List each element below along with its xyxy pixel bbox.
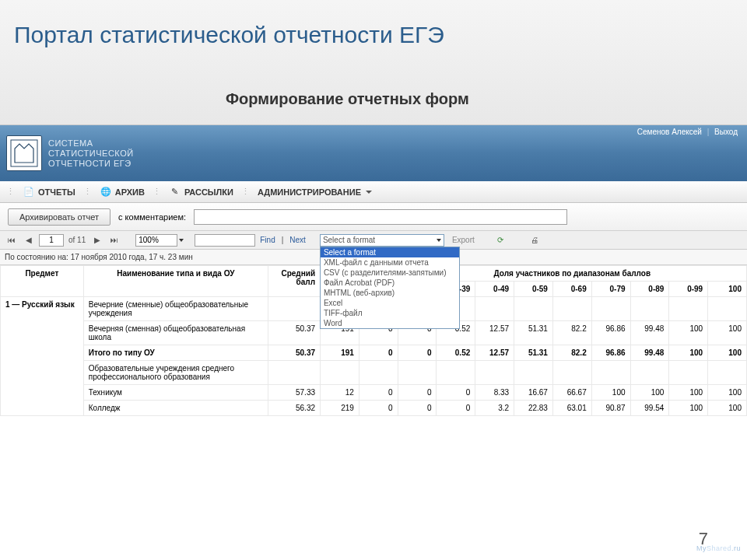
format-option[interactable]: Файл Acrobat (PDF): [321, 278, 459, 288]
cell-value: 57.33: [268, 385, 320, 401]
th-range: 100: [708, 282, 747, 297]
prev-page-button[interactable]: ◀: [22, 233, 36, 247]
cell-value: 16.67: [514, 385, 553, 401]
format-select[interactable]: Select a format: [320, 234, 444, 247]
cell-value: 22.83: [514, 401, 553, 416]
cell-value: [268, 297, 320, 321]
menu-reports[interactable]: 📄 ОТЧЕТЫ: [18, 184, 80, 200]
cell-value: 96.86: [591, 321, 630, 345]
cell-value: 63.01: [552, 401, 591, 416]
first-page-button[interactable]: ⏮: [5, 233, 19, 247]
cell-value: 82.2: [552, 345, 591, 361]
document-icon: 📄: [23, 186, 35, 198]
cell-value: 90.87: [591, 401, 630, 416]
find-input[interactable]: [195, 234, 255, 247]
cell-value: 99.48: [630, 345, 669, 361]
cell-name: Вечерние (сменные) общеобразовательные у…: [83, 297, 268, 321]
cell-value: [268, 361, 320, 385]
format-option[interactable]: Select a format: [321, 247, 459, 257]
cell-value: 66.67: [552, 385, 591, 401]
cell-value: 0: [437, 401, 475, 416]
cell-value: [630, 297, 669, 321]
slide-title: Портал статистической отчетности ЕГЭ: [14, 22, 444, 48]
cell-value: 100: [708, 345, 747, 361]
menu-admin[interactable]: АДМИНИСТРИРОВАНИЕ: [253, 186, 377, 198]
comment-input[interactable]: [194, 209, 567, 225]
menu-archive[interactable]: 🌐 АРХИВ: [95, 184, 149, 200]
logout-link[interactable]: Выход: [714, 128, 738, 136]
cell-value: 0: [398, 401, 437, 416]
cell-value: 100: [708, 385, 747, 401]
cell-value: 100: [669, 321, 708, 345]
cell-value: [398, 361, 437, 385]
next-link[interactable]: Next: [289, 236, 306, 244]
cell-value: [669, 361, 708, 385]
cell-value: [552, 361, 591, 385]
cell-value: [514, 297, 553, 321]
action-bar: Архивировать отчет с комментарием:: [0, 203, 747, 231]
cell-value: 219: [321, 401, 359, 416]
cell-value: 0.52: [437, 345, 475, 361]
cell-value: 100: [669, 345, 708, 361]
cell-value: 99.48: [630, 321, 669, 345]
page-input[interactable]: [39, 234, 64, 247]
cell-value: [552, 297, 591, 321]
th-name: Наименование типа и вида ОУ: [83, 266, 268, 297]
cell-value: 51.31: [514, 345, 553, 361]
cell-value: [359, 361, 398, 385]
format-option[interactable]: MHTML (веб-архив): [321, 288, 459, 298]
table-row: Образовательные учреждения среднего проф…: [1, 361, 747, 385]
cell-value: 0: [398, 345, 437, 361]
page-of-label: of 11: [68, 236, 86, 244]
archive-report-button[interactable]: Архивировать отчет: [8, 208, 110, 226]
cell-value: [475, 297, 514, 321]
report-toolbar: ⏮ ◀ of 11 ▶ ⏭ Find | Next Select a forma…: [0, 231, 747, 250]
cell-value: [708, 297, 747, 321]
format-option[interactable]: CSV (с разделителями-запятыми): [321, 268, 459, 278]
format-option[interactable]: Excel: [321, 298, 459, 308]
th-range: 0-49: [475, 282, 514, 297]
cell-value: 100: [591, 385, 630, 401]
zoom-input[interactable]: [135, 234, 177, 247]
format-option[interactable]: Word: [321, 318, 459, 328]
app-title: СИСТЕМА СТАТИСТИЧЕСКОЙ ОТЧЕТНОСТИ ЕГЭ: [48, 138, 134, 169]
menubar: ⋮ 📄 ОТЧЕТЫ ⋮ 🌐 АРХИВ ⋮ ✎ РАССЫЛКИ ⋮ АДМИ…: [0, 181, 747, 203]
globe-icon: 🌐: [100, 186, 112, 198]
cell-value: 100: [669, 385, 708, 401]
watermark: MyShared.ru: [696, 544, 741, 552]
chevron-down-icon: [437, 239, 441, 242]
chevron-down-icon[interactable]: [179, 239, 184, 242]
th-subject: Предмет: [1, 266, 84, 297]
cell-value: 0: [359, 345, 398, 361]
cell-value: [437, 361, 475, 385]
print-icon[interactable]: 🖨: [528, 233, 542, 247]
cell-value: 3.2: [475, 401, 514, 416]
th-range: 0-89: [630, 282, 669, 297]
cell-value: 50.37: [268, 321, 320, 345]
th-range: 0-59: [514, 282, 553, 297]
menu-mailings[interactable]: ✎ РАССЫЛКИ: [164, 184, 238, 200]
cell-value: 100: [669, 401, 708, 416]
format-option[interactable]: TIFF-файл: [321, 308, 459, 318]
th-range: 0-99: [669, 282, 708, 297]
cell-value: [630, 361, 669, 385]
cell-value: 99.54: [630, 401, 669, 416]
table-row: Колледж56.322190003.222.8363.0190.8799.5…: [1, 401, 747, 416]
cell-value: [708, 361, 747, 385]
cell-value: 12: [321, 385, 359, 401]
refresh-icon[interactable]: ⟳: [493, 233, 507, 247]
th-avg: Средний балл: [268, 266, 320, 297]
find-link[interactable]: Find: [260, 236, 275, 244]
cell-value: 50.37: [268, 345, 320, 361]
last-page-button[interactable]: ⏭: [107, 233, 121, 247]
cell-value: 96.86: [591, 345, 630, 361]
cell-value: 100: [708, 321, 747, 345]
cell-value: 0: [437, 385, 475, 401]
cell-value: [669, 297, 708, 321]
next-page-button[interactable]: ▶: [90, 233, 104, 247]
format-option[interactable]: XML-файл с данными отчета: [321, 257, 459, 268]
slide-subtitle: Формирование отчетных форм: [226, 90, 469, 108]
export-link[interactable]: Export: [452, 236, 475, 244]
cell-value: [475, 361, 514, 385]
cell-value: [591, 361, 630, 385]
